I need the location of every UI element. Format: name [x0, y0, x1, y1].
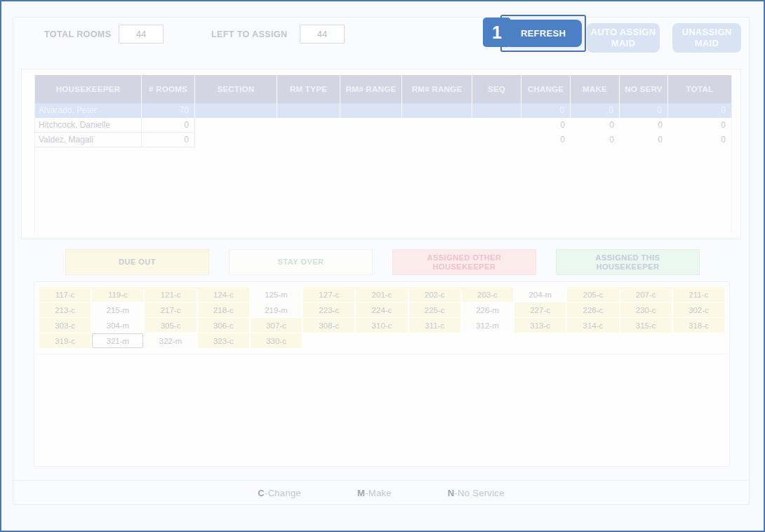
room-cell[interactable]: 217-c	[145, 302, 196, 317]
room-cell[interactable]: 228-c	[567, 302, 618, 317]
housekeeper-cell: 0	[620, 133, 668, 147]
housekeeper-cell: 0	[620, 103, 668, 118]
room-cell[interactable]: 303-c	[39, 318, 91, 333]
housekeeper-cell: 0	[142, 118, 195, 133]
housekeeper-cell: 0	[668, 118, 731, 133]
housekeeper-cell: Hitchcock, Danielle	[35, 118, 142, 133]
room-cell[interactable]: 322-m	[145, 333, 196, 348]
housekeeper-cell	[277, 133, 340, 147]
auto-assign-maid-button[interactable]: AUTO ASSIGN MAID	[587, 23, 660, 53]
housekeeper-table-inner: HOUSEKEEPER# ROOMSSECTIONRM TYPERM# RANG…	[34, 75, 732, 233]
room-grid: 117-c119-c121-c124-c125-m127-c201-c202-c…	[39, 287, 724, 348]
service-legend-item: M-Make	[357, 488, 392, 498]
app-window: TOTAL ROOMS LEFT TO ASSIGN 1 REFRESH AUT…	[0, 0, 765, 532]
room-cell[interactable]: 227-c	[514, 302, 566, 317]
unassign-maid-button[interactable]: UNASSIGN MAID	[672, 23, 741, 53]
room-cell[interactable]: 121-c	[145, 287, 196, 302]
room-cell[interactable]: 302-c	[673, 302, 724, 317]
room-cell[interactable]: 124-c	[198, 287, 249, 302]
room-cell[interactable]: 323-c	[198, 333, 249, 348]
housekeeper-cell	[402, 103, 472, 118]
legend-assigned-other: ASSIGNED OTHER HOUSEKEEPER	[392, 249, 536, 275]
room-cell[interactable]: 127-c	[303, 287, 354, 302]
room-cell[interactable]: 305-c	[145, 318, 196, 333]
room-cell[interactable]: 225-c	[409, 302, 460, 317]
step-1-badge: 1	[483, 18, 511, 47]
room-cell[interactable]: 306-c	[198, 318, 249, 333]
room-cell[interactable]: 315-c	[620, 318, 672, 333]
room-cell[interactable]: 226-m	[462, 302, 513, 317]
column-header: TOTAL	[668, 75, 731, 103]
total-rooms-label: TOTAL ROOMS	[44, 29, 111, 39]
legend-stay-over: STAY OVER	[229, 249, 373, 275]
room-cell[interactable]: 202-c	[409, 287, 460, 302]
total-rooms-input[interactable]	[119, 25, 164, 44]
room-cell[interactable]: 318-c	[673, 318, 724, 333]
housekeeper-cell: 0	[620, 118, 668, 133]
housekeeper-cell: 0	[571, 133, 620, 147]
housekeeper-cell: Valdez, Magali	[35, 133, 142, 147]
room-cell[interactable]: 218-c	[198, 302, 249, 317]
housekeeper-cell	[195, 133, 277, 147]
room-cell[interactable]: 304-m	[92, 318, 143, 333]
left-to-assign-label: LEFT TO ASSIGN	[211, 29, 287, 39]
room-cell[interactable]: 117-c	[39, 287, 91, 302]
room-cell[interactable]: 203-c	[462, 287, 513, 302]
room-cell[interactable]: 204-m	[514, 287, 566, 302]
status-legend: DUE OUT STAY OVER ASSIGNED OTHER HOUSEKE…	[13, 249, 749, 275]
room-cell[interactable]: 119-c	[92, 287, 143, 302]
room-cell[interactable]: 319-c	[39, 333, 91, 348]
column-header: MAKE	[571, 75, 620, 103]
column-header: NO SERV	[620, 75, 668, 103]
room-cell[interactable]: 313-c	[514, 318, 566, 333]
housekeeper-cell: 0	[571, 103, 620, 118]
housekeeper-cell: 70	[142, 103, 195, 118]
room-cell[interactable]: 314-c	[567, 318, 618, 333]
housekeeper-cell	[195, 118, 277, 133]
room-grid-panel: 117-c119-c121-c124-c125-m127-c201-c202-c…	[34, 281, 730, 467]
column-header: CHANGE	[521, 75, 571, 103]
housekeeper-row[interactable]: Alvarado, Peter700000	[35, 103, 731, 118]
housekeeper-cell	[195, 103, 277, 118]
room-cell[interactable]: 223-c	[303, 302, 354, 317]
room-cell[interactable]: 310-c	[356, 318, 407, 333]
service-legend-item: N-No Service	[448, 488, 505, 498]
housekeeper-cell	[472, 118, 521, 133]
room-cell[interactable]: 125-m	[251, 287, 302, 302]
room-cell[interactable]: 321-m	[92, 333, 143, 348]
column-header: # ROOMS	[142, 75, 195, 103]
maid-assignment-panel: TOTAL ROOMS LEFT TO ASSIGN 1 REFRESH AUT…	[13, 17, 750, 505]
housekeeper-cell	[340, 103, 402, 118]
housekeeper-cell	[402, 118, 472, 133]
room-cell[interactable]: 215-m	[92, 302, 143, 317]
housekeeper-header: HOUSEKEEPER# ROOMSSECTIONRM TYPERM# RANG…	[35, 75, 731, 103]
room-cell[interactable]: 330-c	[251, 333, 302, 348]
service-legend: C-ChangeM-MakeN-No Service	[13, 480, 749, 505]
room-cell[interactable]: 308-c	[303, 318, 354, 333]
housekeeper-row[interactable]: Hitchcock, Danielle00000	[35, 118, 731, 133]
room-cell[interactable]: 311-c	[409, 318, 460, 333]
service-legend-item: C-Change	[258, 488, 301, 498]
housekeeper-cell	[340, 118, 402, 133]
housekeeper-cell	[472, 103, 521, 118]
room-cell[interactable]: 201-c	[356, 287, 407, 302]
legend-assigned-this: ASSIGNED THIS HOUSEKEEPER	[556, 249, 700, 275]
housekeeper-cell: 0	[521, 118, 571, 133]
refresh-button[interactable]: REFRESH	[505, 20, 582, 47]
housekeeper-table: HOUSEKEEPER# ROOMSSECTIONRM TYPERM# RANG…	[21, 69, 741, 239]
left-to-assign-input[interactable]	[300, 25, 345, 44]
housekeeper-cell: 0	[668, 133, 731, 147]
room-cell[interactable]: 205-c	[567, 287, 618, 302]
room-cell[interactable]: 224-c	[356, 302, 407, 317]
room-cell[interactable]: 219-m	[251, 302, 302, 317]
room-cell[interactable]: 213-c	[39, 302, 91, 317]
room-cell[interactable]: 211-c	[673, 287, 724, 302]
column-header: RM# RANGE	[402, 75, 472, 103]
housekeeper-cell	[402, 133, 472, 147]
room-cell[interactable]: 230-c	[620, 302, 672, 317]
room-cell[interactable]: 207-c	[620, 287, 672, 302]
housekeeper-row[interactable]: Valdez, Magali00000	[35, 133, 731, 147]
column-header: SEQ	[472, 75, 521, 103]
room-cell[interactable]: 307-c	[251, 318, 302, 333]
room-cell[interactable]: 312-m	[462, 318, 513, 333]
